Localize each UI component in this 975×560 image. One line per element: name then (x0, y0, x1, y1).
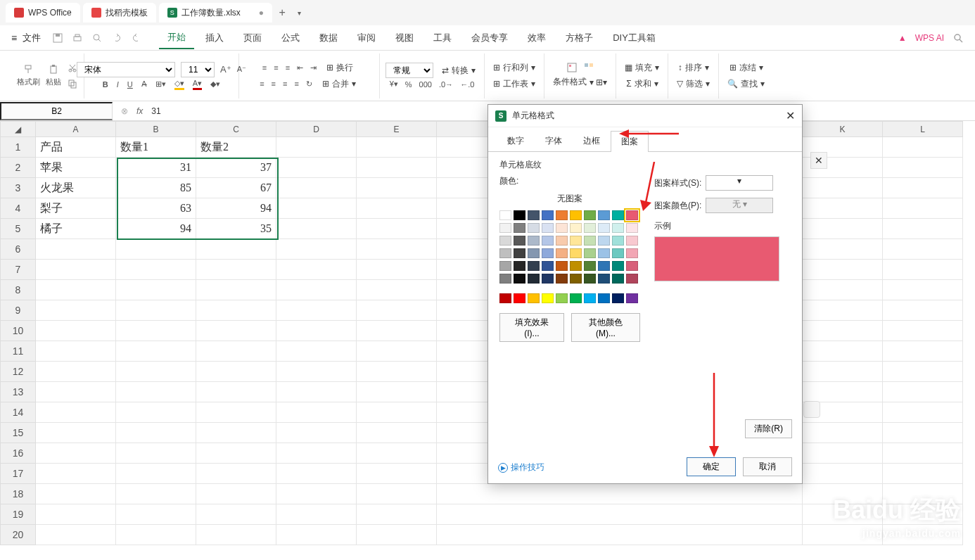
color-swatch[interactable] (570, 248, 582, 258)
menu-efficiency[interactable]: 效率 (519, 27, 554, 49)
menu-insert[interactable]: 插入 (197, 27, 232, 49)
side-float-icon[interactable] (803, 401, 820, 418)
color-swatch[interactable] (626, 293, 638, 303)
color-swatch[interactable] (598, 210, 610, 220)
row-header[interactable]: 3 (1, 178, 36, 198)
redo-icon[interactable] (131, 32, 142, 44)
menu-page[interactable]: 页面 (235, 27, 270, 49)
cell[interactable]: 产品 (36, 137, 116, 158)
font-color-icon[interactable]: A▾ (193, 79, 202, 90)
color-swatch[interactable] (499, 236, 511, 246)
row-header[interactable]: 1 (1, 137, 36, 158)
menu-start[interactable]: 开始 (159, 27, 194, 49)
color-swatch[interactable] (626, 223, 638, 233)
color-swatch[interactable] (542, 248, 554, 258)
row-header[interactable]: 17 (1, 464, 36, 484)
tab-docer[interactable]: 找稻壳模板 (83, 3, 156, 23)
paste-icon[interactable] (48, 64, 59, 75)
color-swatch[interactable] (598, 223, 610, 233)
font-size-select[interactable]: 11 (181, 62, 215, 77)
number-format-select[interactable]: 常规 (385, 63, 433, 78)
row-header[interactable]: 11 (1, 341, 36, 362)
color-swatch[interactable] (542, 236, 554, 246)
color-swatch[interactable] (570, 210, 582, 220)
color-swatch[interactable] (542, 274, 554, 284)
row-header[interactable]: 20 (1, 525, 36, 545)
sum-button[interactable]: Σ 求和▾ (623, 77, 661, 91)
cond-format-button[interactable]: 条件格式▾ ⊞▾ (550, 75, 610, 89)
color-swatch[interactable] (556, 274, 568, 284)
menu-formula[interactable]: 公式 (273, 27, 308, 49)
color-swatch[interactable] (584, 274, 596, 284)
search-icon[interactable] (952, 32, 964, 44)
merge-button[interactable]: ⊞ 合并▾ (319, 77, 359, 91)
align-middle-icon[interactable]: ≡ (274, 63, 278, 72)
color-swatch[interactable] (584, 293, 596, 303)
color-swatch[interactable] (528, 293, 540, 303)
cell[interactable]: 94 (116, 219, 196, 239)
row-header[interactable]: 8 (1, 280, 36, 300)
cell[interactable]: 数量2 (196, 137, 276, 158)
menu-view[interactable]: 视图 (387, 27, 422, 49)
row-header[interactable]: 7 (1, 260, 36, 280)
decrease-decimal-icon[interactable]: ←.0 (460, 80, 474, 89)
color-swatch[interactable] (584, 248, 596, 258)
color-swatch[interactable] (499, 274, 511, 284)
new-tab-button[interactable]: + (275, 6, 289, 19)
font-name-select[interactable]: 宋体 (77, 62, 175, 77)
col-header[interactable]: L (883, 122, 963, 137)
more-colors-button[interactable]: 其他颜色(M)... (571, 313, 640, 342)
color-swatch[interactable] (514, 274, 525, 284)
convert-button[interactable]: ⇄ 转换▾ (439, 63, 478, 78)
color-swatch[interactable] (499, 223, 511, 233)
dialog-tab-border[interactable]: 边框 (573, 130, 611, 151)
color-swatch[interactable] (598, 236, 610, 246)
color-swatch[interactable] (528, 261, 540, 271)
row-header[interactable]: 13 (1, 382, 36, 402)
menu-review[interactable]: 审阅 (349, 27, 384, 49)
wrap-button[interactable]: ⊞ 换行 (324, 61, 356, 75)
comma-icon[interactable]: 000 (419, 80, 432, 89)
color-swatch[interactable] (570, 261, 582, 271)
color-swatch[interactable] (612, 223, 624, 233)
cell[interactable]: 63 (116, 198, 196, 219)
cancel-formula-icon[interactable]: ⊗ (121, 106, 128, 116)
color-swatch[interactable] (528, 223, 540, 233)
color-swatch[interactable] (514, 210, 525, 220)
side-panel-close[interactable]: ✕ (810, 152, 827, 169)
align-bottom-icon[interactable]: ≡ (286, 63, 290, 72)
row-header[interactable]: 12 (1, 362, 36, 382)
color-swatch[interactable] (556, 210, 568, 220)
color-swatch[interactable] (612, 248, 624, 258)
col-header[interactable]: C (196, 122, 276, 137)
rows-cols-button[interactable]: ⊞ 行和列▾ (490, 61, 538, 75)
align-top-icon[interactable]: ≡ (262, 63, 267, 72)
find-button[interactable]: 🔍 查找▾ (725, 77, 767, 91)
row-header[interactable]: 4 (1, 198, 36, 219)
color-swatch[interactable] (626, 248, 638, 258)
ok-button[interactable]: 确定 (687, 457, 736, 476)
currency-icon[interactable]: ¥▾ (390, 79, 398, 89)
cell[interactable]: 梨子 (36, 198, 116, 219)
increase-decimal-icon[interactable]: .0→ (439, 80, 453, 89)
row-header[interactable]: 18 (1, 484, 36, 504)
color-swatch[interactable] (598, 248, 610, 258)
row-header[interactable]: 5 (1, 219, 36, 239)
italic-icon[interactable]: I (117, 80, 119, 89)
preview-icon[interactable] (91, 32, 103, 44)
indent-left-icon[interactable]: ⇤ (297, 63, 303, 72)
wps-ai-button[interactable]: WPS AI (915, 33, 944, 43)
cell-reference-input[interactable] (0, 102, 113, 120)
cut-icon[interactable] (67, 63, 78, 74)
color-swatch[interactable] (499, 293, 511, 303)
color-swatch[interactable] (528, 210, 540, 220)
menu-vip[interactable]: 会员专享 (463, 27, 516, 49)
menu-data[interactable]: 数据 (311, 27, 346, 49)
row-header[interactable]: 2 (1, 158, 36, 178)
cell[interactable]: 37 (196, 158, 276, 178)
row-header[interactable]: 19 (1, 504, 36, 525)
color-swatch[interactable] (598, 274, 610, 284)
color-swatch[interactable] (570, 236, 582, 246)
justify-icon[interactable]: ≡ (294, 79, 298, 88)
row-header[interactable]: 14 (1, 402, 36, 423)
